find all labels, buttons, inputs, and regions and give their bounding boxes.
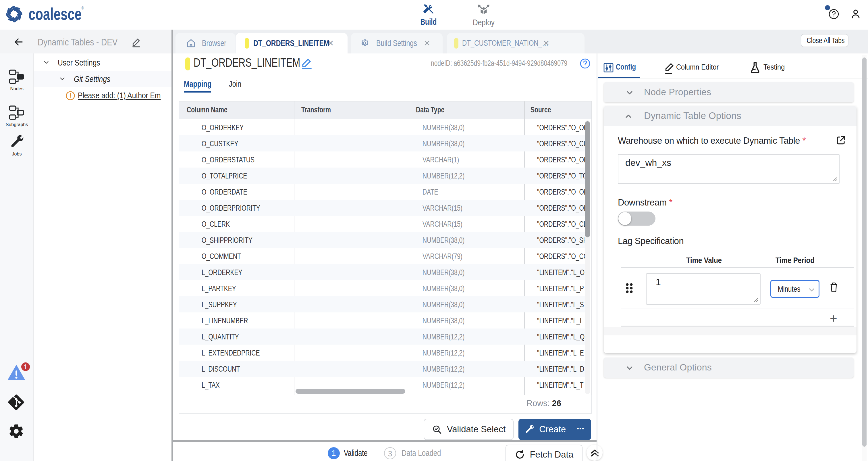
svg-text:1: 1: [24, 363, 27, 371]
